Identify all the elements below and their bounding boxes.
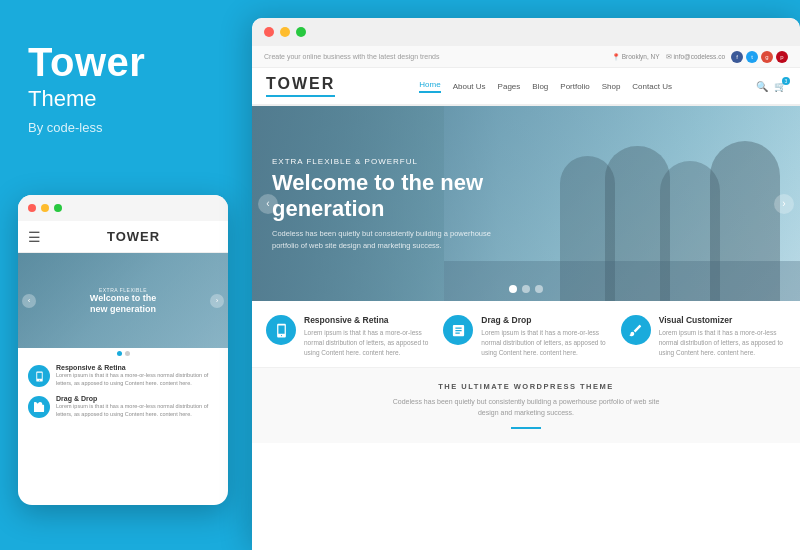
- theme-subtitle: Theme: [28, 86, 220, 112]
- drag-title: Drag & Drop: [481, 315, 608, 325]
- desktop-dot-green: [296, 27, 306, 37]
- visual-text: Visual Customizer Lorem ipsum is that it…: [659, 315, 786, 357]
- bottom-label: THE ULTIMATE WORDPRESS THEME: [272, 382, 780, 391]
- nav-link-shop[interactable]: Shop: [602, 82, 621, 91]
- location-pin-icon: 📍: [612, 53, 620, 61]
- nav-links: Home About Us Pages Blog Portfolio Shop …: [419, 80, 672, 93]
- mobile-dot-1[interactable]: [117, 351, 122, 356]
- feature-responsive: Responsive & Retina Lorem ipsum is that …: [266, 315, 431, 357]
- mobile-feature-drag: Drag & Drop Lorem ipsum is that it has a…: [28, 395, 218, 418]
- feature-visual: Visual Customizer Lorem ipsum is that it…: [621, 315, 786, 357]
- mobile-hero: EXTRA FLEXIBLE Welcome to thenew generat…: [18, 253, 228, 348]
- mobile-responsive-title: Responsive & Retina: [56, 364, 218, 371]
- feature-drag: Drag & Drop Lorem ipsum is that it has a…: [443, 315, 608, 357]
- hero-label: EXTRA FLEXIBLE & POWERFUL: [272, 156, 552, 165]
- pinterest-icon[interactable]: p: [776, 51, 788, 63]
- mobile-hero-label: EXTRA FLEXIBLE: [90, 287, 156, 293]
- header-location: 📍 Brooklyn, NY: [612, 53, 660, 61]
- mobile-top-bar: [18, 195, 228, 221]
- nav-link-home[interactable]: Home: [419, 80, 440, 93]
- mobile-drag-title: Drag & Drop: [56, 395, 218, 402]
- responsive-icon: [266, 315, 296, 345]
- hero-slider: EXTRA FLEXIBLE & POWERFUL Welcome to the…: [252, 106, 800, 301]
- mobile-responsive-desc: Lorem ipsum is that it has a more-or-les…: [56, 372, 218, 387]
- bottom-section: THE ULTIMATE WORDPRESS THEME Codeless ha…: [252, 368, 800, 442]
- mobile-hero-content: EXTRA FLEXIBLE Welcome to thenew generat…: [82, 287, 164, 315]
- hero-prev-button[interactable]: ‹: [258, 194, 278, 214]
- mobile-drag-icon: [28, 396, 50, 418]
- googleplus-icon[interactable]: g: [761, 51, 773, 63]
- mobile-drag-desc: Lorem ipsum is that it has a more-or-les…: [56, 403, 218, 418]
- hero-next-button[interactable]: ›: [774, 194, 794, 214]
- responsive-title: Responsive & Retina: [304, 315, 431, 325]
- mobile-features: Responsive & Retina Lorem ipsum is that …: [18, 356, 228, 435]
- email-text: info@codeless.co: [674, 53, 725, 60]
- mobile-dot-red: [28, 204, 36, 212]
- search-icon[interactable]: 🔍: [756, 81, 768, 92]
- theme-author: By code-less: [28, 120, 220, 135]
- nav-link-portfolio[interactable]: Portfolio: [560, 82, 589, 91]
- header-bar-text: Create your online business with the lat…: [264, 53, 440, 60]
- hero-title: Welcome to the new generation: [272, 169, 552, 222]
- mobile-responsive-icon: [28, 365, 50, 387]
- mobile-logo: TOWER: [49, 229, 218, 244]
- visual-title: Visual Customizer: [659, 315, 786, 325]
- responsive-desc: Lorem ipsum is that it has a more-or-les…: [304, 328, 431, 357]
- cart-icon[interactable]: 🛒 3: [774, 81, 786, 92]
- hero-dot-1[interactable]: [509, 285, 517, 293]
- mobile-mockup: ☰ TOWER EXTRA FLEXIBLE Welcome to thenew…: [18, 195, 228, 505]
- twitter-icon[interactable]: t: [746, 51, 758, 63]
- nav-link-contact[interactable]: Contact Us: [632, 82, 672, 91]
- cart-badge: 3: [782, 77, 790, 85]
- website-header-bar: Create your online business with the lat…: [252, 46, 800, 68]
- bottom-description: Codeless has been quietly but consistent…: [386, 396, 666, 418]
- nav-link-about[interactable]: About Us: [453, 82, 486, 91]
- facebook-icon[interactable]: f: [731, 51, 743, 63]
- hero-slider-dots: [509, 285, 543, 293]
- theme-title: Tower: [28, 40, 220, 84]
- header-email: ✉ info@codeless.co: [666, 53, 725, 61]
- hero-dot-3[interactable]: [535, 285, 543, 293]
- drag-desc: Lorem ipsum is that it has a more-or-les…: [481, 328, 608, 357]
- visual-icon: [621, 315, 651, 345]
- nav-icons: 🔍 🛒 3: [756, 81, 786, 92]
- desktop-dot-red: [264, 27, 274, 37]
- hero-description: Codeless has been quietly but consistent…: [272, 228, 502, 251]
- website-nav: TOWER Home About Us Pages Blog Portfolio…: [252, 68, 800, 106]
- hamburger-icon[interactable]: ☰: [28, 229, 41, 245]
- website-logo: TOWER: [266, 75, 335, 97]
- mobile-hero-prev-button[interactable]: ‹: [22, 294, 36, 308]
- email-icon: ✉: [666, 53, 672, 61]
- features-section: Responsive & Retina Lorem ipsum is that …: [252, 301, 800, 368]
- nav-link-blog[interactable]: Blog: [532, 82, 548, 91]
- mobile-feature-responsive-text: Responsive & Retina Lorem ipsum is that …: [56, 364, 218, 387]
- responsive-text: Responsive & Retina Lorem ipsum is that …: [304, 315, 431, 357]
- bottom-divider: [511, 427, 541, 429]
- mobile-dot-2[interactable]: [125, 351, 130, 356]
- social-icons: f t g p: [731, 51, 788, 63]
- mobile-feature-responsive: Responsive & Retina Lorem ipsum is that …: [28, 364, 218, 387]
- drag-text: Drag & Drop Lorem ipsum is that it has a…: [481, 315, 608, 357]
- hero-content: EXTRA FLEXIBLE & POWERFUL Welcome to the…: [272, 156, 552, 250]
- mobile-hero-next-button[interactable]: ›: [210, 294, 224, 308]
- drag-icon: [443, 315, 473, 345]
- location-text: Brooklyn, NY: [622, 53, 660, 60]
- header-bar-right: 📍 Brooklyn, NY ✉ info@codeless.co f t g …: [612, 51, 788, 63]
- mobile-dot-green: [54, 204, 62, 212]
- left-panel: Tower Theme By code-less ☰ TOWER EXTRA F…: [0, 0, 248, 550]
- mobile-nav: ☰ TOWER: [18, 221, 228, 253]
- nav-link-pages[interactable]: Pages: [498, 82, 521, 91]
- visual-desc: Lorem ipsum is that it has a more-or-les…: [659, 328, 786, 357]
- desktop-dot-yellow: [280, 27, 290, 37]
- mobile-feature-drag-text: Drag & Drop Lorem ipsum is that it has a…: [56, 395, 218, 418]
- hero-dot-2[interactable]: [522, 285, 530, 293]
- mobile-hero-title: Welcome to thenew generation: [90, 293, 156, 315]
- desktop-mockup: Create your online business with the lat…: [252, 18, 800, 550]
- mobile-dot-yellow: [41, 204, 49, 212]
- desktop-top-bar: [252, 18, 800, 46]
